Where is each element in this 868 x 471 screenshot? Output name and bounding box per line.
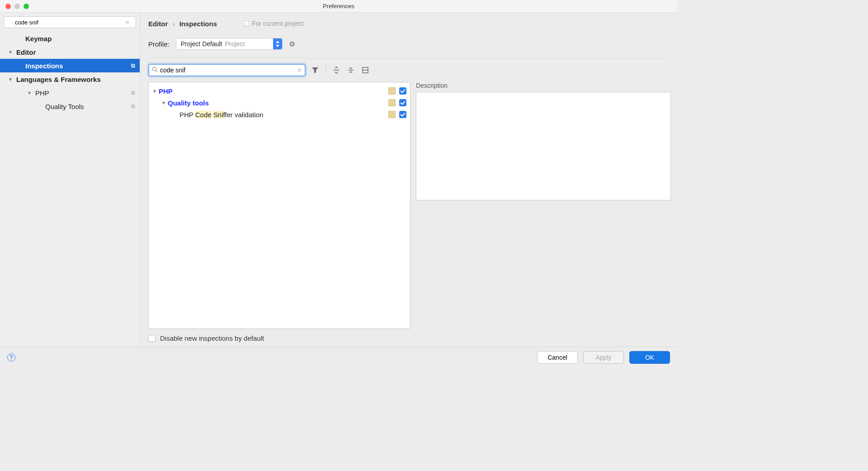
severity-swatch[interactable] — [388, 111, 396, 118]
sidebar-item-label: Inspections — [25, 62, 63, 70]
scope-label: For current project — [252, 20, 303, 27]
cancel-button[interactable]: Cancel — [537, 351, 578, 364]
expand-all-icon[interactable] — [331, 65, 341, 75]
divider — [148, 58, 671, 58]
inspection-group-label: Quality tools — [168, 99, 209, 107]
scope-indicator: For current project — [243, 20, 303, 27]
inspection-search-input[interactable] — [148, 64, 306, 76]
sidebar: ✕ Keymap ▼Editor Inspections ⧉ ▼Language… — [0, 13, 140, 347]
severity-swatch[interactable] — [388, 87, 396, 95]
sidebar-item-keymap[interactable]: Keymap — [0, 32, 140, 45]
inspection-group-php[interactable]: ▼ PHP — [149, 85, 410, 97]
apply-button[interactable]: Apply — [583, 351, 624, 364]
chevron-down-icon: ▼ — [161, 100, 168, 105]
copy-icon: ⧉ — [131, 103, 135, 109]
svg-point-2 — [153, 67, 156, 71]
copy-icon: ⧉ — [131, 90, 135, 96]
inspection-group-quality-tools[interactable]: ▼ Quality tools — [149, 97, 410, 109]
severity-swatch[interactable] — [388, 99, 396, 106]
titlebar: Preferences — [0, 0, 677, 13]
sidebar-item-php[interactable]: ▼PHP ⧉ — [0, 86, 140, 100]
breadcrumb-separator: › — [170, 20, 178, 28]
clear-search-icon[interactable]: ✕ — [297, 67, 302, 74]
disable-new-inspections-checkbox[interactable] — [148, 335, 156, 342]
traffic-lights — [0, 4, 29, 9]
svg-line-3 — [156, 71, 157, 72]
main-panel: Editor › Inspections For current project… — [140, 13, 677, 347]
profile-selected-scope: Project — [225, 40, 245, 48]
sidebar-item-label: Quality Tools — [45, 103, 84, 110]
minimize-window-icon[interactable] — [14, 4, 20, 9]
help-icon[interactable]: ? — [7, 353, 15, 362]
sidebar-item-inspections[interactable]: Inspections ⧉ — [0, 59, 140, 72]
profile-label: Profile: — [148, 40, 170, 48]
close-window-icon[interactable] — [5, 4, 11, 9]
profile-dropdown[interactable]: Project Default Project — [176, 38, 283, 50]
inspection-group-label: PHP — [159, 87, 173, 95]
sidebar-tree: Keymap ▼Editor Inspections ⧉ ▼Languages … — [0, 32, 140, 347]
ok-button[interactable]: OK — [629, 351, 670, 364]
clear-search-icon[interactable]: ✕ — [125, 19, 130, 26]
window-title: Preferences — [323, 3, 354, 10]
reset-icon[interactable] — [360, 65, 370, 75]
dialog-footer: ? Cancel Apply OK — [0, 347, 677, 367]
copy-icon: ⧉ — [131, 62, 135, 69]
description-panel — [416, 92, 671, 200]
breadcrumb: Editor › Inspections — [148, 20, 217, 28]
project-scope-icon — [243, 21, 249, 27]
sidebar-item-languages-frameworks[interactable]: ▼Languages & Frameworks — [0, 72, 140, 86]
disable-new-inspections-label: Disable new inspections by default — [160, 334, 264, 342]
profile-selected-name: Project Default — [181, 40, 222, 48]
inspection-checkbox[interactable] — [399, 111, 406, 118]
inspections-tree[interactable]: ▼ PHP ▼ Quality tools PHP Co — [148, 82, 410, 329]
search-icon — [152, 67, 158, 74]
collapse-all-icon[interactable] — [346, 65, 356, 75]
sidebar-item-quality-tools[interactable]: Quality Tools ⧉ — [0, 100, 140, 113]
inspection-item-php-code-sniffer[interactable]: PHP Code Sniffer validation — [149, 109, 410, 120]
sidebar-search-input[interactable] — [4, 16, 136, 28]
breadcrumb-current: Inspections — [179, 20, 217, 28]
sidebar-item-label: Editor — [16, 48, 36, 56]
inspection-item-label: PHP Code Sniffer validation — [179, 111, 263, 119]
dropdown-arrows-icon — [273, 38, 282, 49]
breadcrumb-parent[interactable]: Editor — [148, 20, 168, 28]
chevron-down-icon: ▼ — [27, 90, 33, 95]
separator — [326, 66, 326, 75]
chevron-down-icon: ▼ — [8, 50, 14, 55]
inspection-checkbox[interactable] — [399, 87, 406, 95]
sidebar-item-label: Keymap — [25, 35, 52, 43]
gear-icon[interactable]: ⚙ — [289, 40, 295, 48]
sidebar-item-editor[interactable]: ▼Editor — [0, 45, 140, 59]
maximize-window-icon[interactable] — [24, 4, 29, 9]
chevron-down-icon: ▼ — [152, 89, 159, 94]
sidebar-item-label: PHP — [35, 89, 49, 97]
filter-icon[interactable] — [310, 65, 320, 75]
description-title: Description — [416, 82, 671, 89]
chevron-down-icon: ▼ — [8, 77, 14, 82]
inspection-checkbox[interactable] — [399, 99, 406, 106]
sidebar-item-label: Languages & Frameworks — [16, 76, 101, 83]
